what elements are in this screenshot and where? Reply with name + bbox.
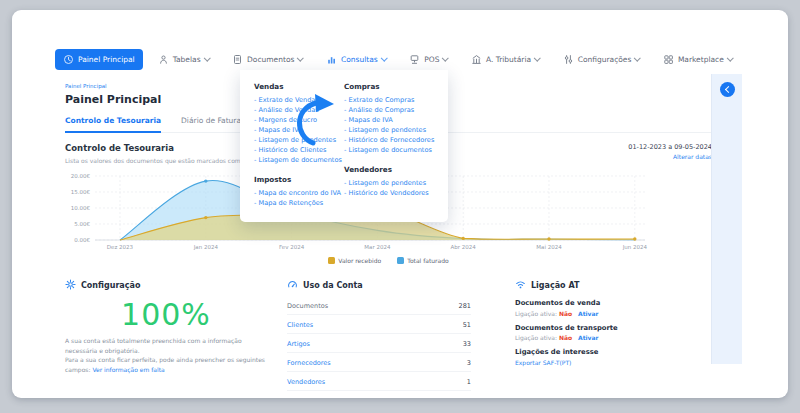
menu-item-historico-vendedores[interactable]: Histórico de Vendedores xyxy=(344,188,434,198)
dropdown-group-title: Impostos xyxy=(254,175,344,184)
svg-text:20.00€: 20.00€ xyxy=(71,173,91,179)
dropdown-group-title: Vendedores xyxy=(344,165,434,174)
chevron-down-icon xyxy=(381,54,387,60)
legend-label: Valor recebido xyxy=(338,257,381,264)
dropdown-group-impostos: Impostos Mapa de encontro do IVA Mapa de… xyxy=(254,175,344,208)
bottom-widgets: Configuração 100% A sua conta está total… xyxy=(65,279,712,391)
wifi-icon xyxy=(515,279,526,292)
usage-row: Artigos 33 xyxy=(287,334,471,353)
nav-item-pos[interactable]: POS xyxy=(401,49,456,70)
nav-item-label: Documentos xyxy=(247,55,294,64)
svg-text:Mai 2024: Mai 2024 xyxy=(536,244,562,250)
svg-text:Jun 2024: Jun 2024 xyxy=(622,244,648,251)
chevron-down-icon xyxy=(727,54,733,60)
sliders-icon xyxy=(563,54,574,65)
at-section-title: Ligações de interesse xyxy=(515,348,711,356)
tab-controlo-tesouraria[interactable]: Controlo de Tesouraria xyxy=(65,116,161,133)
consultas-dropdown: Vendas Extrato de Vendas Análise de Vend… xyxy=(240,70,448,222)
nav-item-label: POS xyxy=(424,55,439,64)
usage-label-link[interactable]: Clientes xyxy=(287,321,313,329)
export-saft-link[interactable]: Exportar SAF-T(PT) xyxy=(515,359,711,366)
configuracao-line1: A sua conta está totalmente preenchida c… xyxy=(65,337,242,354)
menu-item-historico-clientes[interactable]: Histórico de Clientes xyxy=(254,145,344,155)
menu-item-margens-lucro[interactable]: Margens de Lucro xyxy=(254,115,344,125)
legend-item-total-faturado[interactable]: Total faturado xyxy=(397,257,449,264)
menu-item-extrato-compras[interactable]: Extrato de Compras xyxy=(344,95,434,105)
at-section-transporte: Documentos de transporte Ligação ativa: … xyxy=(515,324,711,342)
bar-chart-icon xyxy=(326,54,337,65)
legend-item-valor-recebido[interactable]: Valor recebido xyxy=(328,257,381,264)
chevron-down-icon xyxy=(534,54,540,60)
date-range-value: 01-12-2023 a 09-05-2024 xyxy=(628,143,712,151)
menu-item-listagem-documentos-compras[interactable]: Listagem de documentos xyxy=(344,145,434,155)
usage-label-link[interactable]: Fornecedores xyxy=(287,359,331,367)
nav-item-configuracoes[interactable]: Configurações xyxy=(555,49,648,70)
at-status-label: Ligação ativa: xyxy=(515,334,557,341)
gauge-icon xyxy=(287,279,298,292)
svg-text:Mar 2024: Mar 2024 xyxy=(364,244,391,250)
menu-item-listagem-pendentes-vendedores[interactable]: Listagem de pendentes xyxy=(344,178,434,188)
nav-item-painel-principal[interactable]: Painel Principal xyxy=(55,49,143,70)
collapse-panel-button[interactable] xyxy=(720,82,735,97)
menu-item-extrato-vendas[interactable]: Extrato de Vendas xyxy=(254,95,344,105)
at-status-value: Não xyxy=(559,334,572,341)
missing-info-link[interactable]: Ver informação em falta xyxy=(92,366,164,373)
right-panel-strip xyxy=(711,74,742,364)
legend-label: Total faturado xyxy=(407,257,449,264)
menu-item-historico-fornecedores[interactable]: Histórico de Fornecedores xyxy=(344,135,434,145)
activate-link[interactable]: Ativar xyxy=(578,334,599,341)
svg-text:5.00€: 5.00€ xyxy=(74,221,90,227)
usage-label-link[interactable]: Vendedores xyxy=(287,378,325,386)
svg-text:0.00€: 0.00€ xyxy=(74,237,90,243)
activate-link[interactable]: Ativar xyxy=(578,310,599,317)
nav-item-a-tributaria[interactable]: A. Tributária xyxy=(463,49,548,70)
at-status-value: Não xyxy=(559,310,572,317)
desktop-background: { "colors": { "accent_blue": "#1877f2", … xyxy=(0,0,800,413)
widget-title: Ligação AT xyxy=(531,281,579,290)
nav-item-label: Configurações xyxy=(578,55,632,64)
gear-icon xyxy=(65,279,76,292)
main-nav: Painel Principal Tabelas Documentos Cons… xyxy=(55,48,788,70)
usage-label: Documentos xyxy=(287,302,328,310)
dropdown-group-vendedores: Vendedores Listagem de pendentes Históri… xyxy=(344,165,434,198)
menu-item-mapas-iva-vendas[interactable]: Mapas de IVA xyxy=(254,125,344,135)
menu-item-mapa-encontro-iva[interactable]: Mapa de encontro do IVA xyxy=(254,188,344,198)
svg-text:Fev 2024: Fev 2024 xyxy=(279,244,305,250)
svg-text:15.00€: 15.00€ xyxy=(71,189,91,195)
at-section-title: Documentos de transporte xyxy=(515,324,711,332)
configuracao-widget: Configuração 100% A sua conta está total… xyxy=(65,279,267,391)
usage-value: 1 xyxy=(467,378,471,386)
usage-row: Vendedores 1 xyxy=(287,372,471,391)
document-icon xyxy=(232,54,243,65)
at-status-label: Ligação ativa: xyxy=(515,310,557,317)
dropdown-group-compras: Compras Extrato de Compras Análise de Co… xyxy=(344,82,434,155)
clock-icon xyxy=(63,54,74,65)
menu-item-listagem-documentos-vendas[interactable]: Listagem de documentos xyxy=(254,155,344,165)
menu-item-mapa-retencoes[interactable]: Mapa de Retenções xyxy=(254,198,344,208)
svg-text:Dez 2023: Dez 2023 xyxy=(107,244,134,250)
usage-label-link[interactable]: Artigos xyxy=(287,340,310,348)
menu-item-listagem-pendentes-compras[interactable]: Listagem de pendentes xyxy=(344,125,434,135)
grid-icon xyxy=(663,54,674,65)
at-section-links: Ligações de interesse Exportar SAF-T(PT) xyxy=(515,348,711,366)
nav-item-label: Marketplace xyxy=(678,55,724,64)
app-window: Painel Principal Tabelas Documentos Cons… xyxy=(12,10,788,398)
menu-item-mapas-iva-compras[interactable]: Mapas de IVA xyxy=(344,115,434,125)
menu-item-listagem-pendentes-vendas[interactable]: Listagem de pendentes xyxy=(254,135,344,145)
usage-value: 3 xyxy=(467,359,471,367)
dropdown-column-2: Compras Extrato de Compras Análise de Co… xyxy=(344,82,442,208)
menu-item-analise-compras[interactable]: Análise de Compras xyxy=(344,105,434,115)
nav-item-documentos[interactable]: Documentos xyxy=(224,49,311,70)
nav-item-tabelas[interactable]: Tabelas xyxy=(150,49,217,70)
nav-item-marketplace[interactable]: Marketplace xyxy=(655,49,740,70)
dropdown-column-1: Vendas Extrato de Vendas Análise de Vend… xyxy=(254,82,344,208)
chevron-down-icon xyxy=(442,54,448,60)
chevron-down-icon xyxy=(298,54,304,60)
chevron-down-icon xyxy=(204,54,210,60)
usage-value: 51 xyxy=(463,321,471,329)
change-dates-link[interactable]: Alterar datas xyxy=(628,153,712,160)
nav-item-label: Consultas xyxy=(341,55,378,64)
usage-value: 33 xyxy=(463,340,471,348)
nav-item-consultas[interactable]: Consultas xyxy=(318,49,394,70)
menu-item-analise-vendas[interactable]: Análise de Vendas xyxy=(254,105,344,115)
